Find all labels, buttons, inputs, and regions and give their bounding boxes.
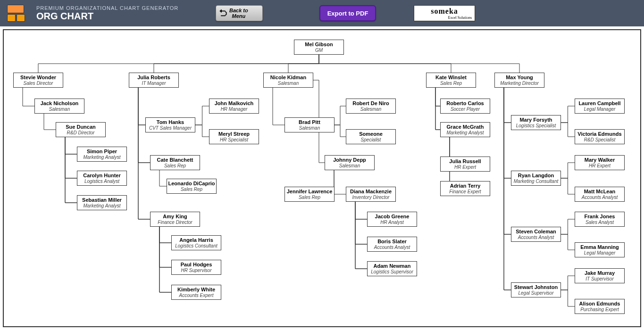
node-name: Jake Murray	[576, 270, 623, 276]
node-name: Kimberly White	[173, 287, 220, 292]
node-role: Salesman	[36, 107, 83, 112]
org-node[interactable]: Stevie WonderSales Director	[13, 73, 63, 88]
node-role: Accounts Analyst	[512, 235, 560, 240]
node-name: Mel Gibson	[295, 41, 343, 47]
org-node[interactable]: Tom HanksCVT Sales Manager	[145, 117, 195, 132]
node-name: Sue Duncan	[57, 124, 104, 130]
node-name: Frank Jones	[576, 214, 623, 219]
back-label-2: Menu	[229, 13, 248, 19]
node-role: Finance Director	[151, 220, 199, 225]
node-name: Carolyn Hunter	[78, 173, 125, 178]
chart-icon-small	[17, 14, 25, 22]
org-node[interactable]: Mel GibsonGM	[294, 40, 344, 55]
node-role: IT Supervisor	[576, 276, 623, 281]
node-role: Salesman	[326, 163, 373, 168]
org-node[interactable]: Paul HodgesHR Supervisor	[171, 260, 221, 275]
org-node[interactable]: Stewart JohnstonLegal Supervisor	[511, 282, 561, 297]
node-name: John Malkovich	[210, 100, 258, 106]
org-node[interactable]: Matt McLeanAccounts Analyst	[575, 187, 625, 202]
node-role: Marketing Consultant	[512, 179, 560, 184]
org-node[interactable]: Frank JonesSales Analyst	[575, 212, 625, 227]
node-role: R&D Specialist	[576, 137, 623, 142]
org-node[interactable]: Sebastian MillerMarketing Analyst	[77, 195, 127, 210]
node-name: Cate Blanchett	[151, 157, 199, 163]
org-node[interactable]: Jake MurrayIT Supervisor	[575, 268, 625, 283]
node-role: Legal Manager	[576, 107, 623, 112]
org-node[interactable]: Kimberly WhiteAccounts Expert	[171, 285, 221, 300]
org-node[interactable]: Sue DuncanR&D Director	[56, 122, 106, 137]
org-node[interactable]: Carolyn HunterLogistics Analyst	[77, 171, 127, 186]
org-node[interactable]: Adam NewmanLogistics Supervisor	[367, 261, 417, 276]
org-node[interactable]: Boris SlaterAccounts Analyst	[367, 237, 417, 252]
org-node[interactable]: Jack NicholsonSalesman	[34, 99, 84, 114]
org-node[interactable]: Lauren CampbellLegal Manager	[575, 99, 625, 114]
node-role: Marketing Analyst	[442, 130, 489, 135]
node-role: Sales Director	[15, 81, 62, 86]
org-node[interactable]: Grace McGrathMarketing Analyst	[440, 122, 490, 137]
node-role: HR Manager	[210, 107, 258, 112]
node-role: Finance Expert	[442, 189, 489, 194]
org-node[interactable]: Meryl StreepHR Specialist	[209, 129, 259, 144]
org-node[interactable]: Victoria EdmundsR&D Specialist	[575, 129, 625, 144]
org-node[interactable]: Simon PiperMarketing Analyst	[77, 147, 127, 162]
org-node[interactable]: Max YoungMarketing Director	[494, 73, 544, 88]
node-name: Jack Nicholson	[36, 100, 83, 106]
header-subtitle: PREMIUM ORGANIZATIONAL CHART GENERATOR	[36, 5, 216, 11]
back-to-menu-button[interactable]: ⮌ Back to Menu	[216, 5, 263, 21]
node-role: Logistics Specialist	[512, 123, 560, 128]
export-pdf-button[interactable]: Export to PDF	[319, 5, 376, 21]
org-node[interactable]: Adrian TerryFinance Expert	[440, 181, 490, 196]
back-label-1: Back to	[229, 8, 248, 13]
page-title: ORG CHART	[36, 11, 216, 22]
header-icons	[7, 3, 32, 24]
org-node[interactable]: Mary WalkerHR Expert	[575, 155, 625, 170]
org-node[interactable]: Steven ColemanAccounts Analyst	[511, 227, 561, 242]
node-role: Accounts Expert	[173, 293, 220, 298]
org-node[interactable]: Angela HarrisLogistics Consultant	[171, 235, 221, 250]
node-role: Salesman	[265, 81, 312, 86]
org-node[interactable]: Jennifer LawrenceSales Rep	[284, 187, 335, 202]
org-node[interactable]: Robert De NiroSalesman	[346, 99, 396, 114]
org-chart-canvas: Mel GibsonGMStevie WonderSales DirectorJ…	[3, 29, 641, 327]
org-node[interactable]: Kate WinsletSales Rep	[426, 73, 476, 88]
node-name: Tom Hanks	[147, 119, 194, 125]
chart-icon-small	[7, 14, 16, 22]
app-header: PREMIUM ORGANIZATIONAL CHART GENERATOR O…	[0, 0, 644, 26]
node-name: Grace McGrath	[442, 124, 489, 130]
node-name: Adrian Terry	[442, 183, 489, 189]
org-node[interactable]: Julia RobertsIT Manager	[129, 73, 179, 88]
org-node[interactable]: Cate BlanchettSales Rep	[150, 155, 200, 170]
org-node[interactable]: Alison EdmundsPurchasing Expert	[575, 299, 625, 314]
org-node[interactable]: Roberto CarlosSoccer Player	[440, 99, 490, 114]
node-name: Stevie Wonder	[15, 74, 62, 80]
node-name: Ryan Langdon	[512, 173, 560, 178]
node-name: Brad Pitt	[286, 119, 333, 125]
org-node[interactable]: Johnny DeppSalesman	[325, 155, 375, 170]
node-role: Logistics Supervisor	[368, 269, 416, 274]
node-name: Julia Russell	[442, 158, 489, 164]
node-name: Paul Hodges	[173, 262, 220, 267]
org-node[interactable]: Nicole KidmanSalesman	[263, 73, 313, 88]
node-name: Amy King	[151, 214, 199, 219]
org-node[interactable]: Julia RussellHR Expert	[440, 157, 490, 172]
node-name: Someone	[347, 131, 394, 137]
org-node[interactable]: Mary ForsythLogistics Specialist	[511, 115, 561, 130]
org-node[interactable]: Brad PittSalesman	[284, 117, 335, 132]
node-name: Nicole Kidman	[265, 74, 312, 80]
node-name: Johnny Depp	[326, 157, 373, 163]
node-role: Sales Analyst	[576, 220, 623, 225]
org-node[interactable]: Emma ManningLegal Manager	[575, 242, 625, 257]
org-node[interactable]: SomeoneSpecialist	[346, 129, 396, 144]
org-node[interactable]: Jacob GreeneHR Analyst	[367, 212, 417, 227]
node-role: Soccer Player	[442, 107, 489, 112]
org-node[interactable]: Leonardo DiCaprioSales Rep	[167, 179, 217, 194]
node-role: Legal Manager	[576, 250, 623, 256]
org-node[interactable]: Ryan LangdonMarketing Consultant	[511, 171, 561, 186]
node-role: Sales Rep	[286, 195, 333, 200]
node-role: GM	[295, 48, 343, 53]
org-node[interactable]: John MalkovichHR Manager	[209, 99, 259, 114]
org-node[interactable]: Diana MackenzieInventory Director	[346, 187, 396, 202]
node-name: Steven Coleman	[512, 229, 560, 234]
org-node[interactable]: Amy KingFinance Director	[150, 212, 200, 227]
node-name: Jacob Greene	[368, 214, 416, 219]
